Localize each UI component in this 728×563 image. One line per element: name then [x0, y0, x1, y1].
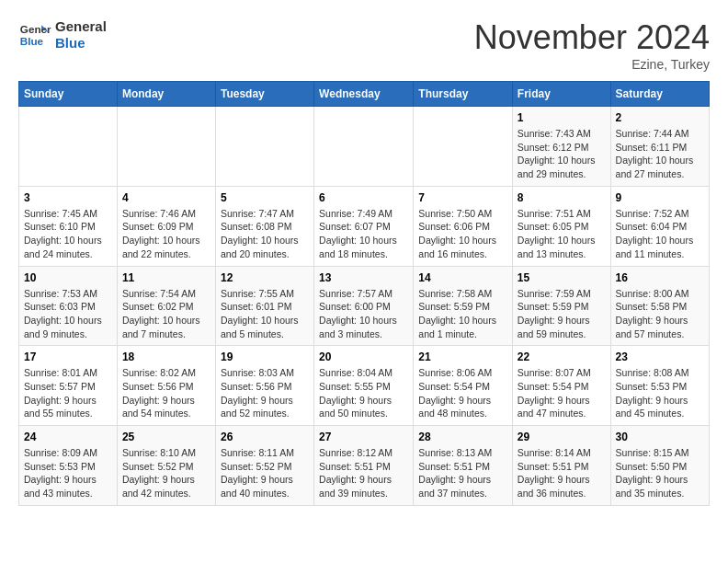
week-row-0: 1Sunrise: 7:43 AM Sunset: 6:12 PM Daylig… [19, 107, 710, 187]
day-header-friday: Friday [512, 82, 610, 107]
day-info: Sunrise: 8:01 AM Sunset: 5:57 PM Dayligh… [24, 366, 112, 420]
calendar-cell: 3Sunrise: 7:45 AM Sunset: 6:10 PM Daylig… [19, 186, 118, 266]
day-info: Sunrise: 7:54 AM Sunset: 6:02 PM Dayligh… [122, 287, 210, 341]
logo-line2: Blue [55, 35, 107, 52]
calendar-cell: 17Sunrise: 8:01 AM Sunset: 5:57 PM Dayli… [19, 346, 118, 426]
calendar-cell: 1Sunrise: 7:43 AM Sunset: 6:12 PM Daylig… [512, 107, 610, 187]
calendar-cell: 5Sunrise: 7:47 AM Sunset: 6:08 PM Daylig… [215, 186, 313, 266]
title-section: November 2024 Ezine, Turkey [474, 18, 710, 72]
calendar-cell: 26Sunrise: 8:11 AM Sunset: 5:52 PM Dayli… [215, 426, 313, 506]
calendar-cell: 25Sunrise: 8:10 AM Sunset: 5:52 PM Dayli… [117, 426, 215, 506]
page-header: General Blue General Blue November 2024 … [18, 18, 710, 72]
day-number: 2 [616, 111, 704, 124]
calendar-cell: 29Sunrise: 8:14 AM Sunset: 5:51 PM Dayli… [512, 426, 610, 506]
day-number: 4 [122, 191, 210, 204]
day-info: Sunrise: 7:51 AM Sunset: 6:05 PM Dayligh… [518, 207, 606, 261]
day-number: 10 [24, 271, 112, 284]
day-number: 6 [319, 191, 408, 204]
day-number: 28 [418, 431, 507, 443]
day-info: Sunrise: 8:02 AM Sunset: 5:56 PM Dayligh… [122, 366, 210, 420]
day-info: Sunrise: 8:13 AM Sunset: 5:51 PM Dayligh… [418, 446, 507, 500]
calendar-cell [117, 107, 215, 187]
calendar-cell: 9Sunrise: 7:52 AM Sunset: 6:04 PM Daylig… [610, 186, 709, 266]
day-header-monday: Monday [117, 82, 215, 107]
calendar-cell: 10Sunrise: 7:53 AM Sunset: 6:03 PM Dayli… [19, 266, 118, 346]
day-number: 13 [319, 271, 408, 284]
calendar-cell: 16Sunrise: 8:00 AM Sunset: 5:58 PM Dayli… [610, 266, 709, 346]
day-info: Sunrise: 7:45 AM Sunset: 6:10 PM Dayligh… [24, 207, 112, 261]
day-info: Sunrise: 8:07 AM Sunset: 5:54 PM Dayligh… [518, 366, 606, 420]
day-info: Sunrise: 7:44 AM Sunset: 6:11 PM Dayligh… [616, 127, 704, 181]
day-number: 24 [24, 431, 112, 443]
days-header-row: SundayMondayTuesdayWednesdayThursdayFrid… [19, 82, 710, 107]
day-number: 5 [221, 191, 309, 204]
day-info: Sunrise: 8:12 AM Sunset: 5:51 PM Dayligh… [319, 446, 408, 500]
day-number: 25 [122, 431, 210, 443]
day-info: Sunrise: 7:43 AM Sunset: 6:12 PM Dayligh… [518, 127, 606, 181]
day-number: 19 [221, 350, 309, 363]
calendar-cell: 19Sunrise: 8:03 AM Sunset: 5:56 PM Dayli… [215, 346, 313, 426]
day-info: Sunrise: 8:03 AM Sunset: 5:56 PM Dayligh… [221, 366, 309, 420]
logo-icon: General Blue [18, 18, 51, 52]
day-number: 14 [418, 271, 507, 284]
day-number: 30 [616, 431, 704, 443]
day-info: Sunrise: 8:09 AM Sunset: 5:53 PM Dayligh… [24, 446, 112, 500]
calendar-table: SundayMondayTuesdayWednesdayThursdayFrid… [18, 81, 710, 506]
calendar-cell: 30Sunrise: 8:15 AM Sunset: 5:50 PM Dayli… [610, 426, 709, 506]
day-info: Sunrise: 8:00 AM Sunset: 5:58 PM Dayligh… [616, 287, 704, 341]
calendar-cell: 8Sunrise: 7:51 AM Sunset: 6:05 PM Daylig… [512, 186, 610, 266]
day-info: Sunrise: 8:11 AM Sunset: 5:52 PM Dayligh… [221, 446, 309, 500]
day-number: 20 [319, 350, 408, 363]
day-info: Sunrise: 8:14 AM Sunset: 5:51 PM Dayligh… [518, 446, 606, 500]
calendar-cell: 28Sunrise: 8:13 AM Sunset: 5:51 PM Dayli… [414, 426, 513, 506]
svg-text:General: General [20, 23, 51, 35]
calendar-cell [314, 107, 414, 187]
calendar-cell: 20Sunrise: 8:04 AM Sunset: 5:55 PM Dayli… [314, 346, 414, 426]
calendar-cell: 27Sunrise: 8:12 AM Sunset: 5:51 PM Dayli… [314, 426, 414, 506]
calendar-cell: 21Sunrise: 8:06 AM Sunset: 5:54 PM Dayli… [414, 346, 513, 426]
day-info: Sunrise: 7:47 AM Sunset: 6:08 PM Dayligh… [221, 207, 309, 261]
day-info: Sunrise: 7:58 AM Sunset: 5:59 PM Dayligh… [418, 287, 507, 341]
day-number: 18 [122, 350, 210, 363]
day-info: Sunrise: 7:59 AM Sunset: 5:59 PM Dayligh… [518, 287, 606, 341]
calendar-cell: 13Sunrise: 7:57 AM Sunset: 6:00 PM Dayli… [314, 266, 414, 346]
logo-line1: General [55, 18, 107, 35]
calendar-cell: 23Sunrise: 8:08 AM Sunset: 5:53 PM Dayli… [610, 346, 709, 426]
day-info: Sunrise: 7:57 AM Sunset: 6:00 PM Dayligh… [319, 287, 408, 341]
day-info: Sunrise: 7:50 AM Sunset: 6:06 PM Dayligh… [418, 207, 507, 261]
day-number: 7 [418, 191, 507, 204]
day-header-sunday: Sunday [19, 82, 118, 107]
calendar-cell: 22Sunrise: 8:07 AM Sunset: 5:54 PM Dayli… [512, 346, 610, 426]
location-subtitle: Ezine, Turkey [474, 57, 710, 72]
calendar-cell: 11Sunrise: 7:54 AM Sunset: 6:02 PM Dayli… [117, 266, 215, 346]
day-info: Sunrise: 7:46 AM Sunset: 6:09 PM Dayligh… [122, 207, 210, 261]
day-number: 21 [418, 350, 507, 363]
day-number: 23 [616, 350, 704, 363]
calendar-cell: 12Sunrise: 7:55 AM Sunset: 6:01 PM Dayli… [215, 266, 313, 346]
day-number: 1 [518, 111, 606, 124]
day-number: 8 [518, 191, 606, 204]
day-number: 17 [24, 350, 112, 363]
calendar-cell: 14Sunrise: 7:58 AM Sunset: 5:59 PM Dayli… [414, 266, 513, 346]
calendar-cell: 4Sunrise: 7:46 AM Sunset: 6:09 PM Daylig… [117, 186, 215, 266]
day-info: Sunrise: 7:49 AM Sunset: 6:07 PM Dayligh… [319, 207, 408, 261]
day-info: Sunrise: 7:55 AM Sunset: 6:01 PM Dayligh… [221, 287, 309, 341]
day-number: 29 [518, 431, 606, 443]
day-number: 9 [616, 191, 704, 204]
calendar-cell: 18Sunrise: 8:02 AM Sunset: 5:56 PM Dayli… [117, 346, 215, 426]
day-info: Sunrise: 8:10 AM Sunset: 5:52 PM Dayligh… [122, 446, 210, 500]
calendar-cell: 6Sunrise: 7:49 AM Sunset: 6:07 PM Daylig… [314, 186, 414, 266]
calendar-cell [414, 107, 513, 187]
day-number: 15 [518, 271, 606, 284]
day-info: Sunrise: 8:15 AM Sunset: 5:50 PM Dayligh… [616, 446, 704, 500]
day-number: 27 [319, 431, 408, 443]
day-info: Sunrise: 8:08 AM Sunset: 5:53 PM Dayligh… [616, 366, 704, 420]
day-number: 11 [122, 271, 210, 284]
month-title: November 2024 [474, 18, 710, 57]
day-number: 3 [24, 191, 112, 204]
calendar-cell [19, 107, 118, 187]
week-row-1: 3Sunrise: 7:45 AM Sunset: 6:10 PM Daylig… [19, 186, 710, 266]
day-number: 26 [221, 431, 309, 443]
calendar-cell: 7Sunrise: 7:50 AM Sunset: 6:06 PM Daylig… [414, 186, 513, 266]
svg-text:Blue: Blue [20, 35, 44, 47]
